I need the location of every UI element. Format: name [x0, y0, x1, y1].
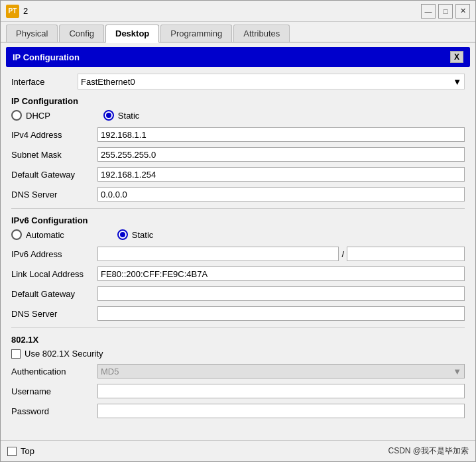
interface-label: Interface: [11, 77, 78, 87]
subnet-mask-label: Subnet Mask: [11, 150, 97, 160]
tab-physical[interactable]: Physical: [6, 25, 58, 42]
interface-select[interactable]: FastEthernet0 ▼: [78, 74, 465, 89]
use-dot1x-row: Use 802.1X Security: [11, 349, 465, 359]
top-checkbox-row: Top: [7, 446, 34, 456]
ipv4-address-label: IPv4 Address: [11, 130, 97, 140]
tab-config[interactable]: Config: [59, 25, 104, 42]
auth-row: Authentication MD5 ▼: [11, 364, 465, 378]
interface-value: FastEthernet0: [81, 77, 135, 87]
ipv4-mode-row: DHCP Static: [11, 110, 465, 121]
default-gateway-label: Default Gateway: [11, 170, 97, 180]
ipv6-address-label: IPv6 Address: [11, 249, 97, 259]
maximize-button[interactable]: □: [438, 4, 453, 19]
subnet-mask-row: Subnet Mask: [11, 147, 465, 162]
ipv6-static-label: Static: [132, 230, 154, 240]
content-area: IP Configuration X Interface FastEtherne…: [1, 43, 475, 440]
dns-server-label: DNS Server: [11, 190, 97, 200]
username-row: Username: [11, 384, 465, 398]
main-window: PT 2 — □ ✕ Physical Config Desktop Progr…: [0, 0, 476, 462]
window-controls: — □ ✕: [421, 4, 470, 19]
ipv6-gateway-input[interactable]: [97, 286, 465, 301]
username-input[interactable]: [97, 384, 465, 398]
static-label: Static: [118, 111, 140, 121]
ipv6-mode-row: Automatic Static: [11, 229, 465, 240]
ipv6-gateway-row: Default Gateway: [11, 286, 465, 301]
password-row: Password: [11, 404, 465, 418]
ipv6-slash: /: [341, 249, 344, 259]
username-label: Username: [11, 386, 97, 396]
ipv6-dns-input[interactable]: [97, 306, 465, 321]
tab-bar: Physical Config Desktop Programming Attr…: [1, 22, 475, 43]
tab-attributes[interactable]: Attributes: [233, 25, 290, 42]
auth-label: Authentication: [11, 367, 97, 376]
ipv6-gateway-label: Default Gateway: [11, 289, 97, 299]
default-gateway-row: Default Gateway: [11, 167, 465, 182]
ipv6-automatic-label: Automatic: [26, 230, 64, 240]
auth-dropdown-icon: ▼: [453, 367, 461, 376]
top-label: Top: [21, 446, 34, 456]
static-radio[interactable]: [103, 110, 114, 121]
ipv4-address-row: IPv4 Address: [11, 127, 465, 142]
ipv6-static-option[interactable]: Static: [117, 229, 154, 240]
panel-close-button[interactable]: X: [450, 51, 463, 63]
window-title: 2: [23, 6, 421, 16]
static-option[interactable]: Static: [103, 110, 140, 121]
auth-value: MD5: [101, 367, 119, 376]
minimize-button[interactable]: —: [421, 4, 436, 19]
ipv6-address-inputs: /: [97, 247, 465, 261]
ipv6-dns-row: DNS Server: [11, 306, 465, 321]
title-bar: PT 2 — □ ✕: [1, 1, 475, 22]
ipv4-address-input[interactable]: [97, 127, 465, 142]
ipv6-automatic-option[interactable]: Automatic: [11, 229, 64, 240]
close-window-button[interactable]: ✕: [455, 4, 470, 19]
interface-row: Interface FastEthernet0 ▼: [11, 72, 465, 91]
password-label: Password: [11, 406, 97, 416]
separator-1: [11, 208, 465, 209]
dhcp-label: DHCP: [26, 111, 50, 121]
ipv4-section-title: IP Configuration: [11, 96, 465, 106]
default-gateway-input[interactable]: [97, 167, 465, 182]
auth-select[interactable]: MD5 ▼: [97, 364, 465, 378]
ipv6-automatic-radio[interactable]: [11, 229, 22, 240]
ipv6-address-row: IPv6 Address /: [11, 247, 465, 261]
use-dot1x-checkbox[interactable]: [11, 349, 21, 359]
top-checkbox[interactable]: [7, 447, 17, 456]
app-icon: PT: [6, 5, 19, 18]
ipv6-address-main-input[interactable]: [97, 247, 339, 261]
bottom-bar: Top CSDN @我不是毕加索: [1, 440, 475, 461]
link-local-label: Link Local Address: [11, 269, 97, 279]
subnet-mask-input[interactable]: [97, 147, 465, 162]
dns-server-row: DNS Server: [11, 187, 465, 202]
dns-server-input[interactable]: [97, 187, 465, 202]
ipv6-section-title: IPv6 Configuration: [11, 215, 465, 225]
interface-dropdown-icon: ▼: [453, 77, 461, 87]
use-dot1x-label: Use 802.1X Security: [25, 349, 103, 359]
dhcp-option[interactable]: DHCP: [11, 110, 50, 121]
panel-title: IP Configuration: [13, 52, 80, 62]
dhcp-radio[interactable]: [11, 110, 22, 121]
ipv6-prefix-input[interactable]: [347, 247, 465, 261]
watermark: CSDN @我不是毕加索: [388, 445, 469, 457]
tab-programming[interactable]: Programming: [160, 25, 232, 42]
link-local-row: Link Local Address: [11, 266, 465, 281]
panel-header: IP Configuration X: [6, 47, 470, 67]
tab-desktop[interactable]: Desktop: [105, 25, 159, 43]
link-local-input[interactable]: [97, 266, 465, 281]
app-icon-label: PT: [9, 7, 17, 15]
separator-2: [11, 327, 465, 328]
password-input[interactable]: [97, 404, 465, 418]
form-area: Interface FastEthernet0 ▼ IP Configurati…: [1, 70, 475, 440]
dot1x-section-title: 802.1X: [11, 335, 465, 345]
ipv6-dns-label: DNS Server: [11, 309, 97, 319]
ipv6-static-radio[interactable]: [117, 229, 128, 240]
